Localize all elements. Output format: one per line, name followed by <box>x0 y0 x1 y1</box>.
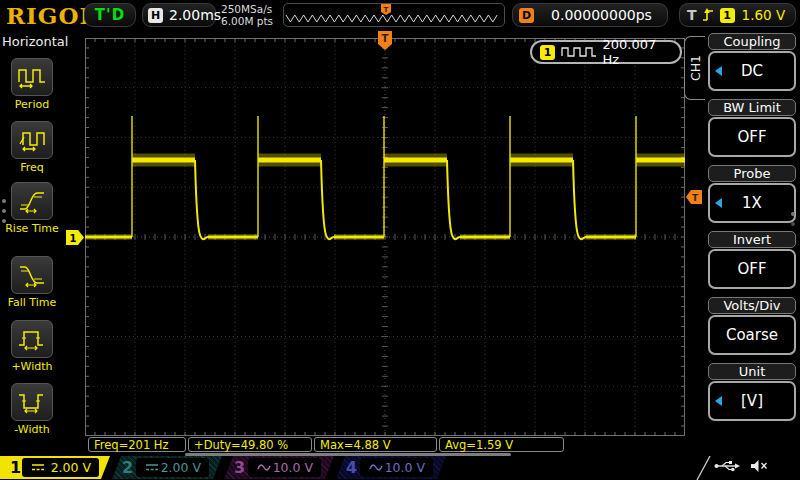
acquisition-info: 250MSa/s 6.00M pts <box>221 3 273 27</box>
speaker-muted-icon <box>750 459 768 473</box>
fall-time-icon <box>17 262 47 288</box>
menu-item-probe[interactable]: Probe 1X <box>706 165 798 223</box>
system-status-icons <box>714 459 768 473</box>
sidebar-item-label: Period <box>0 98 64 111</box>
menu-item-value-button[interactable]: OFF <box>708 117 796 157</box>
channel3-indicator[interactable]: 3 10.0 V <box>224 456 334 479</box>
menu-item-value: Coarse <box>726 326 778 344</box>
menu-item-value-button[interactable]: OFF <box>708 249 796 289</box>
period-icon <box>17 64 47 90</box>
menu-item-title: BW Limit <box>708 99 796 116</box>
counter-source-badge: 1 <box>540 45 555 60</box>
trigger-position-marker[interactable]: T <box>377 31 393 51</box>
menu-item-value-button[interactable]: [V] <box>708 381 796 421</box>
counter-value: 200.007 Hz <box>602 37 672 67</box>
channel4-indicator[interactable]: 4 10.0 V <box>336 456 446 479</box>
measurement-freq: Freq=201 Hz <box>88 437 186 452</box>
waveform-preview-bar[interactable]: T <box>283 3 505 27</box>
channel2-indicator[interactable]: 2 2.00 V <box>112 456 222 479</box>
channel1-ground-marker[interactable]: 1 <box>66 230 84 245</box>
channel-number: 4 <box>346 456 357 479</box>
sidebar-item-label: Rise Time <box>0 222 64 235</box>
trigger-status-text: T'D <box>95 6 125 24</box>
menu-item-value-button[interactable]: DC <box>708 51 796 91</box>
channel-scale-box: 10.0 V <box>360 458 433 477</box>
oscilloscope-screen: RIGOL T'D H 2.00ms 250MSa/s 6.00M pts T … <box>0 0 800 480</box>
timebase-box[interactable]: H 2.00ms <box>142 3 216 27</box>
frequency-counter: 1 200.007 Hz <box>530 40 682 64</box>
menu-item-bw-limit[interactable]: BW Limit OFF <box>706 99 798 157</box>
menu-item-value-button[interactable]: 1X <box>708 183 796 223</box>
channel-number: 2 <box>122 456 133 479</box>
measurement-max: Max=4.88 V <box>314 437 437 452</box>
channel-scale-box: 10.0 V <box>248 458 321 477</box>
menu-item-value: 1X <box>742 194 762 212</box>
trigger-status-badge: T'D <box>84 3 136 27</box>
memory-waveform-icon <box>284 4 502 26</box>
channel-scale: 2.00 V <box>51 460 91 475</box>
menu-item-title: Invert <box>708 231 796 248</box>
menu-item-title: Coupling <box>708 33 796 50</box>
ac-coupling-icon <box>256 463 272 472</box>
select-arrow-icon <box>715 396 722 406</box>
channel-menu: Coupling DC BW Limit OFF Probe 1X Invert <box>706 33 798 429</box>
menu-page-dots <box>791 206 795 232</box>
waveform-display <box>85 38 685 436</box>
rising-edge-icon <box>702 7 715 23</box>
channel-number: 1 <box>10 456 21 479</box>
menu-item-coupling[interactable]: Coupling DC <box>706 33 798 91</box>
channel-scale: 10.0 V <box>385 460 425 475</box>
measurement-duty: +Duty=49.80 % <box>188 437 312 452</box>
sample-rate: 250MSa/s <box>221 3 273 15</box>
channel-scale-box: 2.00 V <box>22 458 99 477</box>
sidebar-item-fall-time[interactable]: Fall Time <box>0 256 64 309</box>
menu-item-title: Probe <box>708 165 796 182</box>
sidebar-item-label: -Width <box>0 423 64 436</box>
channel-menu-tab[interactable]: CH1 <box>684 36 705 100</box>
channel-scale-box: 2.00 V <box>136 458 209 477</box>
menu-item-value: [V] <box>741 392 763 410</box>
menu-item-title: Unit <box>708 363 796 380</box>
sidebar-item-label: Freq <box>0 161 64 174</box>
select-arrow-icon <box>715 66 722 76</box>
horizontal-badge: H <box>148 8 163 23</box>
sidebar-item-rise-time[interactable]: Rise Time <box>0 182 64 235</box>
trigger-level-marker[interactable]: T <box>686 190 702 204</box>
dc-coupling-icon <box>144 463 160 472</box>
delay-badge: D <box>519 8 534 23</box>
usb-icon <box>714 459 740 473</box>
trigger-letter: T <box>687 7 697 23</box>
select-arrow-icon <box>715 198 722 208</box>
menu-item-unit[interactable]: Unit [V] <box>706 363 798 421</box>
sidebar-item-freq[interactable]: Freq <box>0 121 64 174</box>
svg-text:T: T <box>382 33 389 44</box>
channel-scale: 10.0 V <box>273 460 313 475</box>
svg-text:1: 1 <box>70 233 77 244</box>
menu-item-title: Volts/Div <box>708 297 796 314</box>
channel-number: 3 <box>234 456 245 479</box>
horizontal-measure-menu: Horizontal Period Freq Rise Time <box>0 30 64 455</box>
minus-width-icon <box>17 389 47 415</box>
separator-bar <box>185 453 511 456</box>
sidebar-scroll-dots <box>2 193 6 229</box>
sidebar-item-label: Fall Time <box>0 296 64 309</box>
delay-box[interactable]: D 0.00000000ps <box>512 3 668 27</box>
top-status-bar: RIGOL T'D H 2.00ms 250MSa/s 6.00M pts T … <box>0 0 800 30</box>
channel1-indicator[interactable]: 1 2.00 V <box>0 456 110 479</box>
square-wave-icon <box>561 46 596 58</box>
menu-item-value-button[interactable]: Coarse <box>708 315 796 355</box>
sidebar-item-period[interactable]: Period <box>0 58 64 111</box>
channel-scale: 2.00 V <box>161 460 201 475</box>
menu-item-invert[interactable]: Invert OFF <box>706 231 798 289</box>
delay-value: 0.00000000ps <box>542 7 661 23</box>
sidebar-item-plus-width[interactable]: +Width <box>0 320 64 373</box>
menu-item-volts-div[interactable]: Volts/Div Coarse <box>706 297 798 355</box>
plus-width-icon <box>17 326 47 352</box>
menu-item-value: OFF <box>737 128 766 146</box>
sidebar-title: Horizontal <box>0 30 64 49</box>
sidebar-item-minus-width[interactable]: -Width <box>0 383 64 436</box>
status-divider <box>694 456 712 480</box>
trigger-info-box[interactable]: T 1 1.60 V <box>679 3 796 27</box>
channel-menu-tab-label: CH1 <box>688 55 703 81</box>
dc-coupling-icon <box>30 463 46 472</box>
